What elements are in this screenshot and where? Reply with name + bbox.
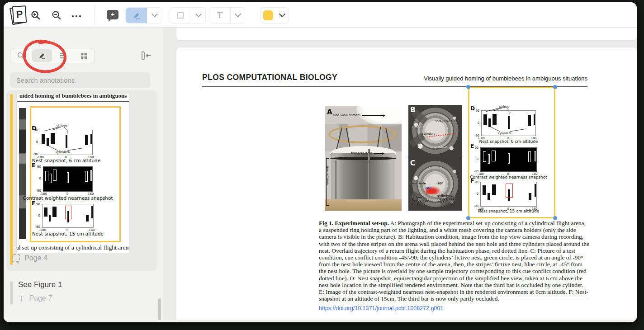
selection-handle-top-right[interactable] [553, 85, 557, 89]
text-tool-icon: T [217, 10, 223, 20]
app-logo[interactable]: P [11, 5, 27, 25]
text-tool-button[interactable]: T [209, 8, 230, 23]
tab-annotate[interactable] [32, 49, 52, 62]
overflow-menu-icon[interactable] [71, 9, 82, 21]
highlight-tool-dropdown[interactable] [147, 8, 162, 23]
rectangle-icon [177, 12, 184, 19]
highlight-tool-group [125, 7, 162, 24]
selection-handle-bottom-left[interactable] [466, 216, 470, 220]
chevron-down-icon [152, 11, 158, 17]
chevron-down-icon [235, 11, 241, 17]
previous-page-bottom [176, 28, 637, 40]
collapse-sidebar-icon [142, 51, 152, 60]
pdf-page: PLOS COMPUTATIONAL BIOLOGY Visually guid… [176, 47, 637, 320]
shape-tool-group [170, 7, 206, 24]
annotation-card-footer: Page 4 [12, 254, 47, 262]
chevron-down-icon [279, 11, 285, 17]
area-annotation-selection[interactable] [468, 87, 555, 218]
thumb-caption-fragment: tal set-up consisting of a cylindrical f… [17, 244, 129, 251]
annotation-search [10, 72, 150, 88]
annotation-accent-bar [10, 94, 13, 265]
annotation-thumbnail: uided homing of bumblebees in ambiguous … [17, 94, 129, 253]
chevron-down-icon [195, 11, 202, 17]
annotation-accent-bar [10, 281, 13, 305]
annotation-card-text[interactable]: See Figure 1 T Page 7 [6, 278, 157, 309]
thumb-figure-panels: D900-90-1800180Nest snapshot, 6 cm altit… [17, 94, 129, 253]
zoom-out-icon[interactable] [51, 9, 62, 21]
annotation-card-area[interactable]: uided homing of bumblebees in ambiguous … [6, 90, 157, 271]
logo-letter: P [12, 5, 27, 24]
thumb-caption-fragment-2: suspended ring holding part of the light… [17, 252, 129, 253]
search-icon [17, 52, 25, 60]
shape-tool-button[interactable] [170, 8, 191, 23]
search-annotations-input[interactable] [10, 72, 150, 88]
tab-grid[interactable] [74, 49, 95, 62]
annotation-text: See Figure 1 [18, 280, 62, 289]
color-swatch [263, 10, 273, 20]
text-tool-dropdown[interactable] [231, 8, 245, 23]
comment-icon: + [107, 10, 118, 19]
highlight-tool-button[interactable] [126, 8, 147, 23]
page-badge: Page 7 [29, 294, 52, 302]
selection-handle-top-left[interactable] [466, 85, 470, 89]
grid-icon [80, 52, 87, 59]
figure-caption-body: A: Photograph of the experimental set-up… [319, 220, 589, 302]
color-picker-button[interactable] [260, 7, 289, 24]
sidebar-scrollbar[interactable] [158, 298, 161, 320]
zoom-in-icon[interactable] [30, 9, 42, 21]
tab-search[interactable] [11, 49, 31, 62]
text-annotation-icon: T [19, 294, 24, 303]
pen-icon [38, 52, 46, 60]
figure-caption-title: Fig 1. Experimental set-up. [319, 220, 389, 226]
app-window: P + [4, 2, 637, 322]
page-badge: Page 4 [24, 254, 47, 262]
collapse-sidebar-button[interactable] [142, 51, 152, 60]
area-highlight-icon [12, 254, 20, 262]
sidebar-tab-bar [10, 48, 95, 63]
doi-link[interactable]: https://doi.org/10.1371/journal.pcbi.100… [319, 305, 443, 311]
highlighter-icon [132, 11, 141, 20]
list-icon [59, 52, 66, 59]
caption-rule [319, 300, 588, 300]
selection-handle-bottom-right[interactable] [553, 216, 557, 220]
color-picker-dropdown[interactable] [276, 8, 289, 23]
toolbar: P + [4, 2, 637, 28]
shape-tool-dropdown[interactable] [191, 8, 205, 23]
figure-caption: Fig 1. Experimental set-up. A: Photograp… [319, 220, 589, 302]
toolbar-divider [94, 5, 95, 25]
text-tool-group: T [209, 7, 245, 24]
annotations-sidebar: uided homing of bumblebees in ambiguous … [4, 28, 163, 320]
comment-tool-button[interactable]: + [107, 10, 120, 23]
tab-list[interactable] [53, 49, 73, 62]
